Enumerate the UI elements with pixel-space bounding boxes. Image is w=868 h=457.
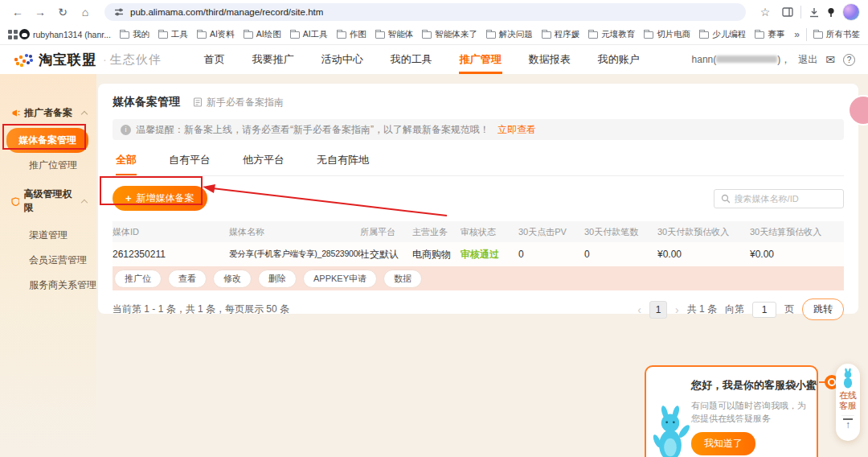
megaphone-icon bbox=[11, 109, 20, 117]
nav-item[interactable]: 我的账户 bbox=[584, 45, 653, 74]
folder-icon bbox=[290, 31, 300, 39]
url-text: pub.alimama.com/third/manage/record/site… bbox=[130, 7, 323, 17]
sidebar-item[interactable]: 服务商关系管理 bbox=[0, 273, 96, 298]
tab[interactable]: 他方平台 bbox=[243, 153, 285, 167]
bookmark-folder[interactable]: 少儿编程 bbox=[699, 29, 746, 40]
chevron-up-icon[interactable] bbox=[81, 111, 88, 117]
sidebar-item[interactable]: 会员运营管理 bbox=[0, 248, 96, 273]
bookmarks-overflow-icon[interactable]: » bbox=[794, 29, 800, 40]
bookmark-folder[interactable]: 切片电商 bbox=[644, 29, 690, 40]
bookmark-github[interactable]: rubyhan1314 (hanr... bbox=[19, 29, 111, 39]
brand-title[interactable]: 淘宝联盟 bbox=[39, 51, 96, 69]
online-service-label[interactable]: 在线客服 bbox=[838, 390, 858, 411]
bookmark-folder[interactable]: 工具 bbox=[158, 29, 188, 40]
goto-page-input[interactable] bbox=[752, 302, 776, 318]
cell-orders: 0 bbox=[584, 249, 657, 260]
nav-item[interactable]: 首页 bbox=[190, 45, 239, 74]
bookmark-star-icon[interactable]: ☆ bbox=[755, 6, 775, 19]
folder-icon bbox=[197, 31, 207, 39]
column-header: 媒体ID bbox=[113, 226, 229, 238]
bookmark-label: 工具 bbox=[171, 29, 188, 40]
address-bar[interactable]: pub.alimama.com/third/manage/record/site… bbox=[104, 3, 746, 21]
bookmark-folder[interactable]: 赛事 bbox=[755, 29, 784, 40]
row-action-button[interactable]: 删除 bbox=[258, 270, 297, 288]
column-header: 30天点击PV bbox=[518, 226, 584, 238]
sidebar-item[interactable]: 媒体备案管理 bbox=[6, 128, 88, 153]
help-icon[interactable]: ? bbox=[843, 54, 855, 66]
mail-icon[interactable]: ✉ bbox=[825, 53, 835, 66]
account-name: hann()， bbox=[692, 53, 791, 67]
current-page-button[interactable]: 1 bbox=[649, 301, 667, 319]
bookmarks-bar: rubyhan1314 (hanr... 我的 工具 AI资料 bbox=[0, 24, 868, 45]
bookmark-folder[interactable]: AI工具 bbox=[290, 29, 328, 40]
tab[interactable]: 无自有阵地 bbox=[317, 153, 369, 167]
row-action-button[interactable]: 查看 bbox=[168, 270, 207, 288]
taobao-alliance-logo-icon bbox=[13, 51, 34, 68]
bookmark-label: 元壤教育 bbox=[601, 29, 635, 40]
goto-suffix: 页 bbox=[784, 303, 794, 316]
folder-icon bbox=[588, 31, 598, 39]
bookmark-folder[interactable]: 程序媛 bbox=[542, 29, 580, 40]
nav-item[interactable]: 活动中心 bbox=[308, 45, 377, 74]
folder-icon bbox=[422, 31, 432, 39]
forward-icon[interactable]: → bbox=[31, 6, 50, 19]
browser-profile-avatar[interactable] bbox=[842, 3, 860, 21]
back-to-top-icon[interactable]: ↑ bbox=[843, 418, 853, 430]
download-icon[interactable] bbox=[809, 7, 820, 18]
sidebar-item[interactable]: 渠道管理 bbox=[0, 223, 96, 248]
notice-view-link[interactable]: 立即查看 bbox=[497, 123, 536, 137]
bookmark-folder[interactable]: 智能体来了 bbox=[422, 29, 477, 40]
all-bookmarks[interactable]: 所有书签 bbox=[813, 29, 860, 40]
bookmark-folder[interactable]: 智能体 bbox=[375, 29, 414, 40]
home-icon[interactable]: ⌂ bbox=[76, 6, 95, 19]
row-action-button[interactable]: 修改 bbox=[213, 270, 252, 288]
row-action-button[interactable]: 推广位 bbox=[114, 270, 162, 288]
nav-item[interactable]: 我的工具 bbox=[377, 45, 446, 74]
bookmark-folder[interactable]: 解决问题 bbox=[486, 29, 533, 40]
bookmark-label: 智能体 bbox=[388, 29, 414, 40]
pin-extension-icon[interactable] bbox=[827, 7, 835, 18]
sidebar-group-advanced-permission[interactable]: 高级管理权限 bbox=[0, 178, 96, 223]
nav-item[interactable]: 数据报表 bbox=[515, 45, 584, 74]
column-header: 媒体名称 bbox=[229, 226, 360, 238]
bookmark-folder[interactable]: AI绘图 bbox=[244, 29, 281, 40]
mascot-mini-icon[interactable] bbox=[840, 368, 856, 389]
media-search-box[interactable] bbox=[714, 189, 844, 208]
tab[interactable]: 自有平台 bbox=[169, 153, 211, 167]
apps-grid-icon[interactable] bbox=[8, 30, 18, 39]
newbie-guide-link[interactable]: 新手必看备案指南 bbox=[193, 96, 284, 109]
nav-item[interactable]: 推广管理 bbox=[446, 45, 515, 74]
logout-link[interactable]: 退出 bbox=[798, 53, 817, 67]
folder-icon bbox=[158, 31, 168, 39]
bookmark-folder[interactable]: AI资料 bbox=[197, 29, 235, 40]
bookmark-folder[interactable]: 元壤教育 bbox=[588, 29, 635, 40]
sidebar-item[interactable]: 推广位管理 bbox=[0, 153, 96, 178]
prev-page-icon[interactable]: ‹ bbox=[637, 303, 641, 316]
reload-icon[interactable]: ↻ bbox=[53, 6, 72, 19]
row-action-button[interactable]: 数据 bbox=[383, 270, 422, 288]
side-panel-icon[interactable] bbox=[782, 7, 793, 17]
media-search-input[interactable] bbox=[735, 194, 837, 204]
brand-separator: · bbox=[103, 53, 107, 66]
primary-nav: 首页 我要推广 活动中心 我的工具 推广管理 数据报表 我的账户 bbox=[190, 45, 653, 74]
chevron-up-icon[interactable] bbox=[81, 199, 88, 205]
shield-icon bbox=[11, 197, 19, 206]
bookmark-label: 切片电商 bbox=[657, 29, 690, 40]
bookmark-folder[interactable]: 我的 bbox=[120, 29, 149, 40]
tab[interactable]: 全部 bbox=[116, 153, 137, 167]
back-icon[interactable]: ← bbox=[8, 6, 27, 19]
bookmark-folder[interactable]: 作图 bbox=[337, 29, 366, 40]
row-action-button[interactable]: APPKEY申请 bbox=[303, 270, 377, 288]
site-settings-icon[interactable] bbox=[114, 7, 124, 17]
table-header-row: 媒体ID媒体名称所属平台主营业务审核状态30天点击PV30天付款笔数30天付款预… bbox=[113, 221, 844, 242]
column-header: 主营业务 bbox=[412, 226, 461, 238]
account-blur bbox=[716, 56, 777, 63]
jump-button[interactable]: 跳转 bbox=[802, 298, 844, 320]
add-media-record-button[interactable]: + 新增媒体备案 bbox=[113, 186, 207, 211]
nav-item[interactable]: 我要推广 bbox=[239, 45, 308, 74]
sidebar-group-promoter-record[interactable]: 推广者备案 bbox=[0, 106, 96, 128]
chat-confirm-button[interactable]: 我知道了 bbox=[691, 432, 755, 455]
pagination-total: 共 1 条 bbox=[687, 303, 717, 316]
next-page-icon[interactable]: › bbox=[675, 303, 679, 316]
column-header: 30天付款笔数 bbox=[584, 226, 657, 238]
